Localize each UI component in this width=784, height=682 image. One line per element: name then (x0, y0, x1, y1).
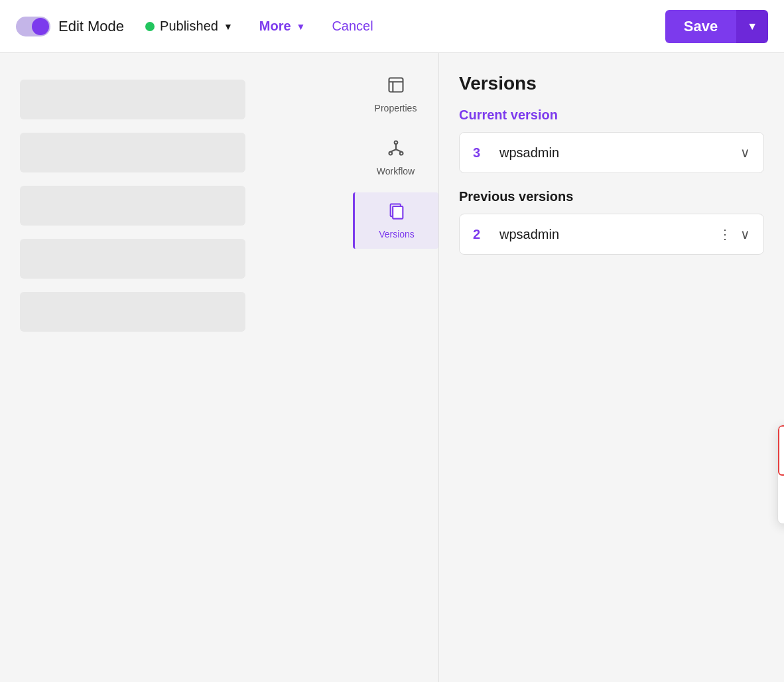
svg-line-8 (396, 149, 401, 152)
current-version-user: wpsadmin (499, 145, 559, 161)
published-label: Published (160, 19, 218, 34)
more-chevron-icon: ▼ (296, 21, 306, 32)
current-version-chevron-icon[interactable]: ∨ (740, 145, 750, 161)
sidebar-item-workflow[interactable]: Workflow (353, 129, 438, 186)
svg-point-4 (389, 152, 392, 155)
sidebar-item-properties[interactable]: Properties (353, 66, 438, 123)
current-version-number: 3 (473, 145, 486, 161)
content-block-2 (20, 133, 245, 172)
prev-version-user: wpsadmin (499, 227, 559, 242)
main-area: Properties Workflow (0, 53, 784, 682)
versions-icon (387, 202, 406, 225)
more-label: More (259, 19, 291, 34)
current-version-row[interactable]: 3 wpsadmin ∨ (459, 132, 764, 173)
content-block-4 (20, 239, 245, 279)
dots-menu-icon[interactable]: ⋮ (718, 226, 732, 242)
svg-rect-0 (389, 78, 403, 92)
prev-version-actions: ⋮ ∨ (718, 226, 750, 242)
workflow-icon (387, 139, 405, 162)
sidebar-properties-label: Properties (375, 103, 417, 113)
sidebar-versions-label: Versions (379, 229, 415, 239)
sidebar: Properties Workflow (353, 53, 439, 682)
make-current-menu-item[interactable]: Make current (778, 425, 784, 476)
prev-version-chevron-icon[interactable]: ∨ (740, 226, 750, 242)
toggle-knob (32, 18, 49, 35)
save-button[interactable]: Save (665, 10, 736, 43)
svg-point-5 (399, 152, 403, 155)
left-content (0, 53, 353, 682)
context-menu: Make current Compare with current versio… (777, 425, 784, 524)
svg-line-7 (390, 149, 395, 152)
prev-version-number: 2 (473, 227, 486, 242)
published-chevron-icon: ▼ (224, 21, 233, 32)
compare-menu-item[interactable]: Compare with current version (778, 476, 784, 523)
current-version-label: Current version (459, 107, 764, 123)
properties-icon (387, 76, 405, 99)
svg-rect-10 (393, 206, 403, 219)
content-block-1 (20, 80, 245, 119)
prev-version-left: 2 wpsadmin (473, 227, 559, 242)
versions-title: Versions (459, 73, 764, 94)
sidebar-workflow-label: Workflow (377, 166, 415, 176)
edit-mode-label: Edit Mode (58, 18, 124, 35)
published-button[interactable]: Published ▼ (140, 19, 238, 34)
cancel-button[interactable]: Cancel (326, 19, 378, 34)
sidebar-item-versions[interactable]: Versions (353, 192, 438, 249)
save-dropdown-button[interactable]: ▼ (736, 10, 768, 43)
current-version-left: 3 wpsadmin (473, 145, 559, 161)
previous-version-row[interactable]: 2 wpsadmin ⋮ ∨ (459, 214, 764, 255)
toggle-switch[interactable] (16, 17, 50, 36)
save-group: Save ▼ (665, 10, 768, 43)
more-button[interactable]: More ▼ (254, 19, 311, 34)
content-block-3 (20, 186, 245, 226)
content-block-5 (20, 292, 245, 332)
edit-mode-toggle[interactable]: Edit Mode (16, 17, 124, 36)
topbar: Edit Mode Published ▼ More ▼ Cancel Save… (0, 0, 784, 53)
svg-point-3 (394, 141, 397, 145)
versions-panel: Versions Current version 3 wpsadmin ∨ Pr… (439, 53, 784, 682)
previous-versions-label: Previous versions (459, 189, 764, 204)
published-dot (145, 22, 155, 31)
